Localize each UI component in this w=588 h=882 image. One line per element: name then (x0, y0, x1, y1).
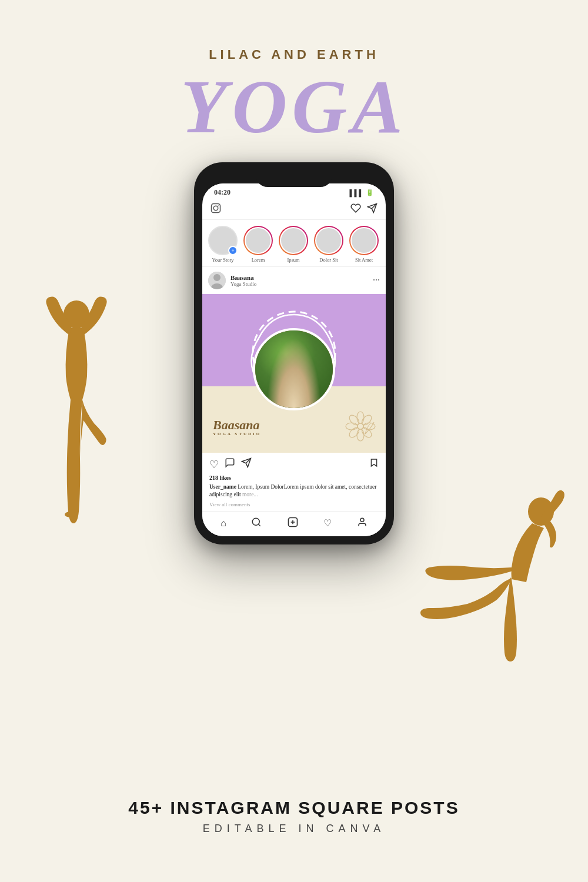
story-ring-dolor (314, 226, 343, 255)
heart-nav-icon[interactable]: ♡ (323, 517, 332, 529)
svg-point-19 (348, 413, 361, 427)
add-nav-icon[interactable] (287, 516, 299, 530)
camera-icon[interactable] (211, 203, 221, 216)
post-username: Baasana (230, 274, 368, 281)
post-more-button[interactable]: ··· (373, 275, 380, 286)
add-story-icon: + (228, 246, 238, 255)
svg-point-24 (253, 518, 260, 525)
caption-more[interactable]: more... (242, 492, 258, 497)
phone-notch (256, 171, 332, 187)
post-header: Baasana Yoga Studio ··· (202, 266, 386, 294)
svg-point-18 (346, 423, 358, 430)
svg-line-25 (259, 524, 260, 526)
svg-point-17 (348, 426, 361, 439)
story-sit-amet[interactable]: Sit Amet (349, 226, 379, 263)
svg-point-29 (360, 518, 364, 522)
story-ring-lorem (243, 226, 273, 255)
main-tagline: 45+ INSTAGRAM SQUARE POSTS (0, 798, 588, 818)
post-user-info: Baasana Yoga Studio (230, 274, 368, 287)
battery-icon: 🔋 (366, 189, 374, 196)
heart-notification-icon[interactable] (350, 203, 361, 216)
subtitle-text: LILAC AND EARTH (181, 47, 407, 62)
story-ring-ipsum (279, 226, 308, 255)
sub-tagline: EDITABLE IN CANVA (0, 823, 588, 835)
story-ring-sit-amet (349, 226, 379, 255)
svg-point-20 (358, 423, 363, 429)
phone-section: 04:20 ▌▌▌ 🔋 (182, 162, 406, 544)
story-label-dolor: Dolor Sit (319, 257, 338, 263)
action-buttons-left: ♡ (209, 457, 252, 471)
post-image: Baasana YOGA STUDIO (202, 294, 386, 453)
svg-point-4 (213, 206, 218, 211)
status-icons: ▌▌▌ 🔋 (350, 189, 374, 196)
ig-action-icons (350, 203, 377, 216)
brand-subtitle: YOGA STUDIO (213, 432, 261, 436)
messenger-icon[interactable] (367, 203, 377, 216)
share-button[interactable] (241, 457, 252, 471)
story-label-your-story: Your Story (212, 257, 233, 263)
svg-point-16 (357, 429, 364, 441)
story-ipsum[interactable]: Ipsum (279, 226, 308, 263)
svg-point-5 (218, 205, 219, 206)
story-dolor-sit[interactable]: Dolor Sit (314, 226, 343, 263)
svg-point-1 (65, 512, 76, 517)
view-comments-button[interactable]: View all comments (202, 500, 386, 511)
status-time: 04:20 (214, 188, 230, 197)
silhouette-right-pose (412, 482, 576, 670)
svg-point-9 (213, 274, 220, 281)
story-label-sit-amet: Sit Amet (355, 257, 373, 263)
post-actions: ♡ (202, 453, 386, 473)
svg-point-13 (360, 413, 373, 427)
phone-frame: 04:20 ▌▌▌ 🔋 (194, 162, 394, 544)
story-label-lorem: Lorem (252, 257, 265, 263)
post-likes-count: 218 likes (202, 473, 386, 482)
like-button[interactable]: ♡ (209, 458, 219, 471)
signal-icon: ▌▌▌ (350, 189, 363, 196)
stories-row: + Your Story Lorem (202, 220, 386, 266)
post-caption: User_name Lorem, Ipsum DolorLorem ipsum … (202, 482, 386, 500)
profile-nav-icon[interactable] (357, 517, 368, 530)
phone-screen: 04:20 ▌▌▌ 🔋 (202, 183, 386, 536)
yoga-title: YOGA (181, 68, 407, 145)
header-section: LILAC AND EARTH YOGA (181, 47, 407, 145)
home-nav-icon[interactable]: ⌂ (220, 518, 226, 529)
svg-marker-23 (371, 459, 376, 466)
bookmark-button[interactable] (369, 457, 379, 471)
story-lorem[interactable]: Lorem (243, 226, 273, 263)
svg-rect-3 (212, 204, 220, 213)
bottom-nav: ⌂ ♡ (202, 511, 386, 536)
brand-name-area: Baasana YOGA STUDIO (213, 417, 261, 436)
footer-section: 45+ INSTAGRAM SQUARE POSTS EDITABLE IN C… (0, 798, 588, 835)
story-label-ipsum: Ipsum (287, 257, 299, 263)
silhouette-left-pose (18, 294, 135, 541)
caption-username: User_name (209, 484, 236, 490)
brand-name: Baasana (213, 417, 261, 433)
post-location: Yoga Studio (230, 281, 368, 287)
search-nav-icon[interactable] (251, 517, 262, 530)
svg-point-12 (357, 412, 364, 423)
comment-button[interactable] (225, 457, 235, 471)
story-your-story[interactable]: + Your Story (208, 226, 238, 263)
post-profile-photo (253, 328, 335, 410)
flower-decoration (345, 410, 377, 448)
page-container: LILAC AND EARTH YOGA (0, 0, 588, 882)
post-user-avatar (208, 272, 226, 289)
instagram-header (202, 199, 386, 220)
